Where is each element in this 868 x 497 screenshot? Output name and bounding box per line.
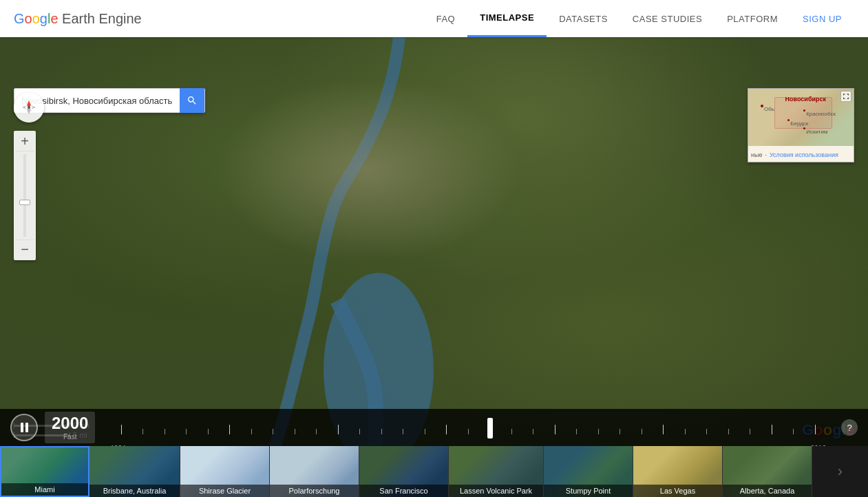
timeline-ticks <box>110 418 826 434</box>
thumbnail-stumpy-label: Stumpy Point <box>544 485 633 497</box>
mini-label-ob: Обь <box>764 106 774 112</box>
zoom-slider-thumb[interactable] <box>19 200 30 205</box>
mini-map-expand-button[interactable] <box>840 91 851 102</box>
help-button[interactable]: ? <box>841 419 858 436</box>
thumbnail-polar-label: Polarforschung <box>270 485 359 497</box>
search-button[interactable] <box>180 88 204 113</box>
pause-icon <box>21 423 28 432</box>
nav-platform[interactable]: PLATFORM <box>714 0 790 37</box>
thumbnail-sf[interactable]: San Francisco <box>359 446 449 497</box>
thumbnail-lasvegas-label: Las Vegas <box>633 485 722 497</box>
mini-map: Новосибирск Обь Краснообск Бердск Искити… <box>748 88 854 162</box>
thumbnail-shirase[interactable]: Shirase Glacier <box>180 446 270 497</box>
thumbnail-alberta[interactable]: Alberta, Canada <box>723 446 812 497</box>
header: Google Earth Engine FAQ TIMELAPSE DATASE… <box>0 0 868 37</box>
timeline-track[interactable]: 1984 2016 <box>110 412 826 443</box>
nav-timelapse[interactable]: TIMELAPSE <box>467 0 547 37</box>
timeline-bar: 2000 Fast <box>0 409 868 446</box>
mini-label-berdsk: Бердск <box>790 120 808 127</box>
year-display: 2000 Fast <box>45 412 95 443</box>
compass[interactable] <box>14 92 44 123</box>
city-overlay <box>217 78 520 262</box>
thumbnail-sf-label: San Francisco <box>359 485 448 497</box>
thumbnail-lassen[interactable]: Lassen Volcanic Park <box>449 446 544 497</box>
compass-icon <box>21 99 37 116</box>
pause-button[interactable] <box>10 414 38 441</box>
zoom-slider-track[interactable] <box>23 154 26 237</box>
svg-point-1 <box>28 106 30 109</box>
thumbnail-miami[interactable]: Miami <box>0 446 89 497</box>
nav-faq[interactable]: FAQ <box>424 0 468 37</box>
thumbnail-miami-label: Miami <box>1 483 88 496</box>
nav: FAQ TIMELAPSE DATASETS CASE STUDIES PLAT… <box>424 0 854 37</box>
mini-map-city-label: Новосибирск <box>785 96 826 103</box>
speed-label: Fast <box>63 433 76 441</box>
mini-label-krasnoobsk: Краснообск <box>806 111 836 117</box>
thumbnail-brisbane-label: Brisbane, Australia <box>89 485 180 497</box>
zoom-out-button[interactable]: − <box>15 240 34 259</box>
zoom-in-button[interactable]: + <box>15 132 34 151</box>
logo: Google Earth Engine <box>14 11 142 27</box>
thumbnail-stumpy[interactable]: Stumpy Point <box>544 446 633 497</box>
thumbnail-strip: Miami Brisbane, Australia Shirase Glacie… <box>0 446 868 497</box>
thumbnail-polar[interactable]: Polarforschung <box>270 446 359 497</box>
mini-map-content: Новосибирск Обь Краснообск Бердск Искити… <box>748 89 854 146</box>
thumbnail-brisbane[interactable]: Brisbane, Australia <box>89 446 180 497</box>
thumbnail-lasvegas[interactable]: Las Vegas <box>633 446 723 497</box>
timeline-thumb[interactable] <box>487 418 493 438</box>
year-label: 2000 <box>52 414 88 432</box>
mini-label-iskitim: Искитим <box>806 129 827 135</box>
expand-icon <box>843 93 849 100</box>
nav-datasets[interactable]: DATASETS <box>547 0 620 37</box>
thumbnail-alberta-label: Alberta, Canada <box>723 485 812 497</box>
thumbnail-more[interactable]: › <box>812 446 868 497</box>
thumbnail-shirase-label: Shirase Glacier <box>180 485 269 497</box>
thumbnail-lassen-label: Lassen Volcanic Park <box>449 485 543 497</box>
map-container[interactable]: + − 5 km 5 mi Новосибирск Обь Краснообск <box>0 37 868 446</box>
mini-map-terms[interactable]: Условия использования <box>770 151 838 158</box>
mini-map-footer: ные · Условия использования <box>748 146 854 162</box>
nav-signup[interactable]: SIGN UP <box>790 0 854 37</box>
zoom-controls: + − <box>14 131 36 260</box>
search-icon <box>187 95 198 106</box>
nav-case-studies[interactable]: CASE STUDIES <box>620 0 714 37</box>
